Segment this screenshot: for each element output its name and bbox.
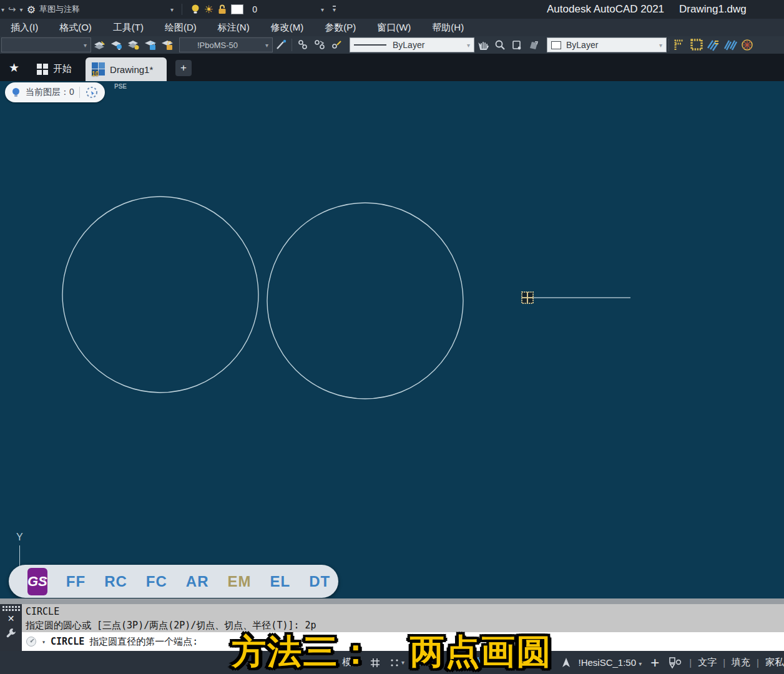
menu-window[interactable]: 窗口(W): [366, 19, 421, 36]
command-dock-handle-strip: ✕: [0, 604, 22, 651]
cad-circle[interactable]: [267, 203, 463, 399]
cmd-rc-button[interactable]: RC: [104, 573, 127, 590]
add-scale-icon[interactable]: +: [650, 654, 659, 672]
point-marker-icon: [522, 292, 533, 303]
hatch-layer-button[interactable]: 填充: [732, 657, 750, 668]
menu-draw[interactable]: 绘图(D): [154, 19, 207, 36]
hatch-icon[interactable]: [722, 37, 738, 52]
dwg-file-icon: 10: [92, 62, 105, 76]
customize-wrench-icon[interactable]: [6, 627, 17, 638]
match-properties-icon[interactable]: [273, 37, 290, 52]
gs-plugin-button[interactable]: GS ×: [27, 568, 47, 595]
video-subtitle: 方法三： 两点画圆: [232, 629, 552, 674]
cad-circle[interactable]: [62, 197, 258, 393]
cad-geometry: [0, 81, 784, 598]
command-history[interactable]: CIRCLE指定圆的圆心或 [三点(3P)/两点(2P)/切点、切点、半径(T)…: [22, 604, 784, 632]
menu-modify[interactable]: 修改(M): [260, 19, 315, 36]
workspace-gear-icon: ⚙: [27, 4, 36, 16]
ribbon-collapse-icon[interactable]: ▾: [333, 6, 336, 13]
linetype-sample: [354, 44, 386, 46]
group-icon[interactable]: [294, 37, 311, 52]
regen-icon[interactable]: [508, 37, 525, 52]
command-dock-border[interactable]: [0, 598, 784, 604]
color-dropdown-caret[interactable]: ▾: [321, 6, 324, 13]
title-bar: ▾ ↪ ▾ ⚙ 草图与注释 ▾ ☀ 0 ▾ ▾ Autodesk A: [0, 0, 784, 19]
start-tab-label: 开始: [53, 63, 72, 75]
properties-toolbar: ▾ !PboMS-50 ▾: [0, 36, 784, 54]
group-edit-icon[interactable]: [328, 37, 345, 52]
tab-start[interactable]: 开始: [37, 63, 72, 75]
menu-parametric[interactable]: 参数(P): [314, 19, 366, 36]
cmd-el-button[interactable]: EL: [270, 573, 290, 590]
layer-bulb-icon: [11, 87, 21, 98]
sun-icon[interactable]: ☀: [204, 3, 213, 16]
statusbar-separator: |: [757, 657, 759, 668]
annotation-scale-icon[interactable]: [560, 657, 572, 669]
scale-caret-icon: ▾: [639, 660, 642, 667]
render-icon[interactable]: [738, 37, 755, 52]
window-title: Autodesk AutoCAD 2021 Drawing1.dwg: [547, 0, 747, 19]
layer-color-swatch[interactable]: [231, 4, 243, 14]
cmd-fc-button[interactable]: FC: [146, 573, 167, 590]
zoom-icon[interactable]: [491, 37, 508, 52]
scale-selector[interactable]: !HesiSC_1:50 ▾: [579, 657, 642, 668]
layer-filter-combo[interactable]: ▾: [1, 37, 91, 52]
layer-state-value: !PboMS-50: [197, 41, 238, 50]
recent-commands-icon[interactable]: [26, 636, 37, 647]
boundary-icon[interactable]: [688, 37, 705, 52]
current-layer-badge[interactable]: 当前图层：0: [5, 82, 105, 102]
favorites-star-icon[interactable]: ★: [9, 61, 19, 75]
cmd-dt-button[interactable]: DT: [309, 573, 330, 590]
workspace-selector[interactable]: 草图与注释 ▾: [39, 4, 174, 15]
layer-state-combo[interactable]: !PboMS-50 ▾: [179, 37, 273, 52]
mline-style-icon[interactable]: [671, 37, 688, 52]
hatch-edit-icon[interactable]: [705, 37, 722, 52]
redo-dropdown-caret[interactable]: ▾: [20, 6, 23, 13]
combo-caret-icon: ▾: [659, 42, 662, 49]
drag-handle-icon[interactable]: [2, 606, 20, 611]
titlebar-divider: [182, 4, 182, 15]
properties-icon[interactable]: [525, 37, 542, 52]
redo-icon[interactable]: ↪: [8, 4, 16, 15]
menu-help[interactable]: 帮助(H): [421, 19, 474, 36]
linetype-combo[interactable]: ByLayer ▾: [350, 37, 474, 52]
layer-thaw-icon[interactable]: [125, 37, 142, 52]
layer-color-value: 0: [252, 4, 257, 14]
drawing-canvas[interactable]: 当前图层：0 PSE Y GS × FF RC FC AR EM EL DT: [0, 81, 784, 598]
cmd-ar-button[interactable]: AR: [186, 573, 209, 590]
ucs-y-label: Y: [16, 532, 23, 543]
quick-command-toolbar: GS × FF RC FC AR EM EL DT: [9, 565, 338, 598]
lock-icon[interactable]: [217, 4, 227, 15]
ungroup-icon[interactable]: [311, 37, 328, 52]
toolbar-divider: [292, 39, 292, 51]
lightbulb-icon[interactable]: [190, 4, 200, 15]
furniture-layer-button[interactable]: 家私: [765, 657, 784, 668]
menu-format[interactable]: 格式(O): [49, 19, 102, 36]
command-options-caret[interactable]: ▾: [42, 638, 46, 645]
tab-drawing1[interactable]: 10 Drawing1*: [86, 57, 167, 81]
start-icon: [37, 64, 48, 75]
menu-dimension[interactable]: 标注(N): [207, 19, 260, 36]
linetype-value: ByLayer: [393, 40, 424, 50]
gs-close-icon[interactable]: ×: [42, 577, 46, 584]
menu-tools[interactable]: 工具(T): [102, 19, 154, 36]
combo-caret-icon: ▾: [84, 42, 87, 49]
cmd-em-button[interactable]: EM: [227, 573, 251, 590]
close-command-icon[interactable]: ✕: [7, 613, 15, 623]
statusbar-right-cluster: !HesiSC_1:50 ▾ + | 文字 | 填充 | 家私: [560, 654, 784, 672]
menu-bar: 插入(I) 格式(O) 工具(T) 绘图(D) 标注(N) 修改(M) 参数(P…: [0, 19, 784, 36]
layer-unlock-icon[interactable]: [159, 37, 175, 52]
combo-caret-icon: ▾: [265, 42, 268, 49]
new-drawing-button[interactable]: +: [175, 60, 192, 76]
layer-properties-icon[interactable]: [91, 37, 108, 52]
text-layer-button[interactable]: 文字: [698, 657, 717, 668]
cmd-ff-button[interactable]: FF: [66, 573, 86, 590]
isolate-objects-icon[interactable]: [668, 656, 683, 670]
undo-dropdown-caret[interactable]: ▾: [1, 6, 4, 13]
layer-off-icon[interactable]: [108, 37, 125, 52]
layer-lock-icon[interactable]: [142, 37, 159, 52]
selection-cycling-icon[interactable]: [85, 85, 99, 99]
menu-insert[interactable]: 插入(I): [0, 19, 49, 36]
pan-icon[interactable]: [474, 37, 491, 52]
color-combo[interactable]: ByLayer ▾: [547, 37, 667, 52]
